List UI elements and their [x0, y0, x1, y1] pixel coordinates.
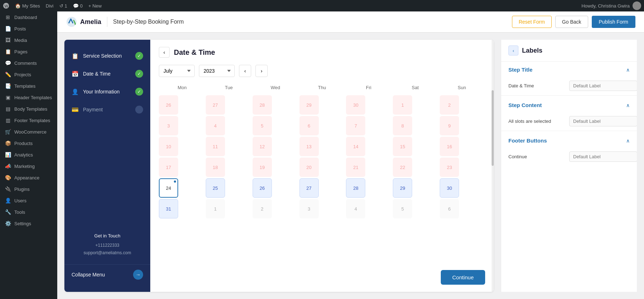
cal-day-5-3[interactable]: 3 — [299, 199, 319, 218]
continue-field-input[interactable] — [569, 151, 637, 162]
day-header-sat: Sat — [392, 83, 438, 92]
woocommerce-icon: 🛒 — [4, 129, 11, 135]
collapse-menu-button[interactable]: Collapse Menu → — [64, 264, 150, 285]
sidebar-item-woocommerce[interactable]: 🛒WooCommerce — [0, 126, 57, 138]
sidebar-item-analytics[interactable]: 📊Analytics — [0, 149, 57, 160]
comments-item[interactable]: 💬 0 — [73, 3, 83, 9]
go-back-button[interactable]: Go Back — [555, 16, 588, 28]
sidebar-item-marketing[interactable]: 📣Marketing — [0, 160, 57, 172]
cal-day-5-5[interactable]: 5 — [393, 199, 412, 218]
continue-button[interactable]: Continue — [441, 270, 485, 285]
collapse-menu-label: Collapse Menu — [72, 272, 105, 278]
sidebar-label-header-templates: Header Templates — [14, 95, 52, 100]
svg-point-2 — [67, 17, 77, 27]
cal-day-5-0[interactable]: 31 — [159, 199, 178, 218]
calendar-area: ‹ Date & Time July 2023 ‹ › — [150, 40, 494, 292]
sidebar-item-templates[interactable]: 📑Templates — [0, 80, 57, 92]
section-footer-buttons-header[interactable]: Footer Buttons ∧ — [501, 132, 637, 149]
cal-day-3-5: 22 — [393, 158, 412, 177]
sidebar-item-header-templates[interactable]: ▣Header Templates — [0, 92, 57, 103]
year-select[interactable]: 2023 — [199, 65, 235, 77]
cal-day-1-6: 9 — [440, 116, 459, 135]
sidebar-item-body-templates[interactable]: ▤Body Templates — [0, 103, 57, 115]
my-sites-item[interactable]: 🏠 My Sites — [15, 3, 40, 9]
cal-day-1-4: 7 — [346, 116, 365, 135]
cal-day-0-6: 2 — [440, 95, 459, 115]
step-date-label: Date & Time — [83, 71, 111, 77]
cal-day-0-3: 29 — [299, 95, 319, 115]
sidebar-item-pages[interactable]: 📋Pages — [0, 46, 57, 57]
publish-form-button[interactable]: Publish Form — [592, 16, 635, 28]
cal-day-4-5[interactable]: 29 — [393, 178, 412, 198]
cal-day-1-3: 6 — [299, 116, 319, 135]
settings-icon: ⚙️ — [4, 221, 11, 226]
cal-day-4-3[interactable]: 27 — [299, 178, 319, 198]
prev-month-button[interactable]: ‹ — [239, 65, 251, 77]
info-icon: 👤 — [72, 88, 79, 95]
cal-day-4-4[interactable]: 28 — [346, 178, 365, 198]
cal-day-4-0[interactable]: 24 — [159, 178, 178, 198]
sidebar-item-appearance[interactable]: 🎨Appearance — [0, 172, 57, 183]
scrollbar-track[interactable] — [492, 40, 494, 292]
date-time-field-input[interactable] — [569, 81, 637, 91]
sidebar-item-projects[interactable]: ✏️Projects — [0, 69, 57, 80]
sidebar-item-media[interactable]: 🖼Media — [0, 34, 57, 46]
month-select[interactable]: July — [159, 65, 195, 77]
cal-day-2-3: 13 — [299, 137, 319, 156]
cal-day-2-6: 16 — [440, 137, 459, 156]
step-date-time[interactable]: 📅 Date & Time ✓ — [64, 65, 150, 83]
new-item[interactable]: + New — [88, 3, 102, 9]
contact-title: Get in Touch — [72, 232, 143, 240]
cal-day-3-6: 23 — [440, 158, 459, 177]
sidebar-item-dashboard[interactable]: ⊞Dashboard — [0, 11, 57, 23]
page-header: Amelia Step-by-Step Booking Form Reset F… — [57, 11, 644, 33]
next-month-button[interactable]: › — [255, 65, 268, 77]
step-payment[interactable]: 💳 Payment — [64, 101, 150, 119]
sidebar-label-users: Users — [14, 198, 26, 203]
amelia-logo-icon — [66, 16, 77, 28]
sidebar-item-footer-templates[interactable]: ▥Footer Templates — [0, 115, 57, 126]
cal-day-4-1[interactable]: 25 — [206, 178, 225, 198]
cal-day-4-2[interactable]: 26 — [253, 178, 272, 198]
cal-day-2-1: 11 — [206, 137, 225, 156]
cal-day-5-1[interactable]: 1 — [206, 199, 225, 218]
step-title-chevron: ∧ — [626, 67, 630, 73]
sidebar-item-plugins[interactable]: 🔌Plugins — [0, 183, 57, 195]
cal-day-5-4[interactable]: 4 — [346, 199, 365, 218]
step-back-button[interactable]: ‹ — [159, 47, 170, 58]
cal-day-2-2: 12 — [253, 137, 272, 156]
sidebar-item-settings[interactable]: ⚙️Settings — [0, 218, 57, 229]
panel-collapse-button[interactable]: ‹ — [508, 45, 518, 56]
sidebar-label-comments: Comments — [14, 61, 37, 66]
sidebar-item-comments[interactable]: 💬Comments — [0, 57, 57, 69]
svg-text:W: W — [5, 4, 9, 8]
step-service-selection[interactable]: 📋 Service Selection ✓ — [64, 47, 150, 65]
sidebar-item-posts[interactable]: 📄Posts — [0, 23, 57, 34]
cal-day-4-6[interactable]: 30 — [440, 178, 459, 198]
sidebar-item-users[interactable]: 👤Users — [0, 195, 57, 206]
reset-form-button[interactable]: Reset Form — [512, 16, 552, 28]
scrollbar-thumb[interactable] — [492, 90, 494, 166]
sidebar-item-tools[interactable]: 🔧Tools — [0, 206, 57, 218]
wp-logo-item[interactable]: W — [3, 3, 9, 9]
booking-preview: 📋 Service Selection ✓ 📅 Date & Time ✓ 👤 … — [64, 40, 494, 292]
contact-email: support@ameliatms.com — [72, 249, 143, 257]
revisions-icon: ↺ — [59, 3, 63, 9]
section-step-content-header[interactable]: Step Content ∧ — [501, 97, 637, 113]
step-your-information[interactable]: 👤 Your Information ✓ — [64, 83, 150, 101]
all-slots-field-input[interactable] — [569, 116, 637, 126]
revisions-item[interactable]: ↺ 1 — [59, 3, 67, 9]
user-greeting: Howdy, Christina Gwira — [581, 3, 630, 9]
sidebar-label-projects: Projects — [14, 72, 31, 77]
tools-icon: 🔧 — [4, 209, 11, 215]
cal-day-5-6[interactable]: 6 — [440, 199, 459, 218]
section-step-title-header[interactable]: Step Title ∧ — [501, 62, 637, 78]
cal-day-2-0: 10 — [159, 137, 178, 156]
sidebar-label-media: Media — [14, 38, 27, 43]
cal-day-3-0: 17 — [159, 158, 178, 177]
section-step-content-label: Step Content — [508, 102, 542, 108]
divi-item[interactable]: Divi — [46, 3, 54, 9]
header-templates-icon: ▣ — [4, 95, 11, 100]
cal-day-5-2[interactable]: 2 — [253, 199, 272, 218]
sidebar-item-products[interactable]: 📦Products — [0, 138, 57, 149]
